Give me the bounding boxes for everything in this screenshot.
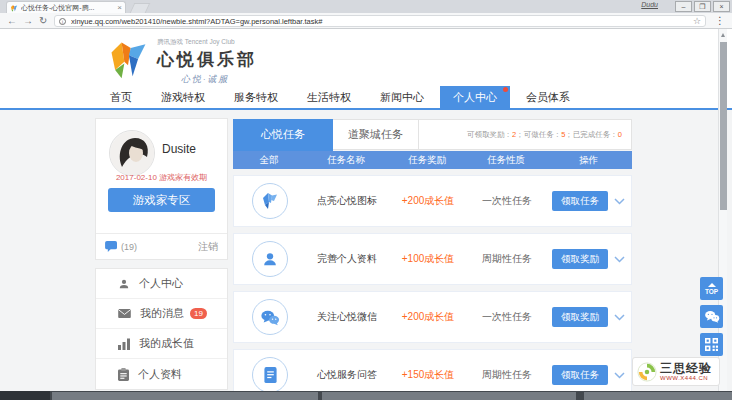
qr-code-button[interactable] — [700, 333, 723, 356]
nav-underline — [0, 108, 732, 110]
avatar — [109, 130, 155, 176]
nav-item-game-privilege[interactable]: 游戏特权 — [148, 86, 218, 108]
browser-profile-name[interactable]: Dudu — [641, 1, 658, 8]
nav-item-member-system[interactable]: 会员体系 — [513, 86, 583, 108]
watermark-title: 三思经验 — [660, 362, 712, 375]
taskbar-app-button[interactable] — [52, 392, 318, 400]
watermark-badge: 三思经验 WWW.X444.CN — [632, 357, 720, 386]
nav-item-news-center[interactable]: 新闻中心 — [367, 86, 437, 108]
scroll-up-arrow-icon[interactable] — [721, 33, 725, 37]
table-row: 点亮心悦图标 +200成长值 一次性任务 领取任务 — [233, 175, 632, 227]
back-icon[interactable]: ← — [7, 15, 17, 27]
col-task-reward: 任务奖励 — [387, 151, 467, 169]
task-reward: +200成长值 — [388, 310, 468, 324]
chevron-down-icon[interactable] — [614, 198, 625, 205]
task-name: 心悦服务问答 — [306, 368, 388, 382]
browser-tab[interactable]: 心悦任务-心悦官网-腾... × — [6, 1, 126, 13]
tab-xinyue-tasks[interactable]: 心悦任务 — [233, 119, 333, 151]
membership-validity: 2017-02-10 游戏家有效期 — [96, 172, 227, 183]
task-reward: +150成长值 — [388, 368, 468, 382]
forward-icon[interactable]: → — [23, 15, 33, 27]
completed-tasks-count: 0 — [618, 130, 622, 139]
task-name: 关注心悦微信 — [306, 310, 388, 324]
chevron-down-icon[interactable] — [614, 372, 625, 379]
table-row: 心悦服务问答 +150成长值 周期性任务 领取任务 — [233, 349, 632, 391]
sidebar: Dusite 2017-02-10 游戏家有效期 游戏家专区 (19) 注销 个… — [95, 118, 228, 390]
claim-reward-button[interactable]: 领取奖励 — [552, 307, 608, 327]
task-tabs: 心悦任务 道聚城任务 可领取奖励：2；可做任务：5；已完成任务：0 — [233, 119, 632, 150]
taskbar-app-button[interactable] — [322, 392, 576, 400]
logout-link[interactable]: 注销 — [198, 240, 218, 254]
task-nature: 周期性任务 — [468, 252, 546, 266]
task-reward: +200成长值 — [388, 194, 468, 208]
xinyue-logo-icon[interactable] — [106, 36, 150, 80]
nav-item-service-privilege[interactable]: 服务特权 — [221, 86, 291, 108]
message-count: (19) — [121, 242, 137, 252]
minimize-icon[interactable]: – — [675, 1, 692, 12]
nav-item-life-privilege[interactable]: 生活特权 — [294, 86, 364, 108]
browser-toolbar: ← → ↻ i xinyue.qq.com/web201410/newbie.s… — [0, 13, 732, 29]
restore-icon[interactable]: ❐ — [694, 1, 711, 12]
col-action: 操作 — [545, 151, 632, 169]
url-text[interactable]: xinyue.qq.com/web201410/newbie.shtml?ADT… — [71, 17, 693, 26]
new-tab-button[interactable] — [130, 3, 151, 13]
refresh-icon[interactable]: ↻ — [39, 15, 47, 27]
site-header: 腾讯游戏 Tencent Joy Club 心悦俱乐部 心悦·诚服 首页 游戏特… — [0, 29, 732, 110]
claim-reward-button[interactable]: 领取奖励 — [552, 249, 608, 269]
messages-badge: 19 — [190, 308, 207, 319]
clipboard-icon — [118, 368, 129, 381]
windows-taskbar[interactable] — [0, 391, 732, 400]
col-all: 全部 — [233, 151, 305, 169]
logo-slogan: 心悦·诚服 — [181, 73, 257, 86]
logo-title: 心悦俱乐部 — [157, 48, 257, 71]
profile-card-footer: (19) 注销 — [96, 233, 227, 259]
claim-task-button[interactable]: 领取任务 — [552, 365, 608, 385]
sidebar-item-personal-center[interactable]: 个人中心 — [96, 269, 227, 299]
chevron-down-icon[interactable] — [614, 314, 625, 321]
message-count-link[interactable]: (19) — [105, 241, 137, 252]
nav-notification-dot — [503, 87, 508, 92]
taskbar-start-area[interactable] — [0, 391, 50, 400]
browser-window: 心悦任务-心悦官网-腾... × Dudu – ❐ × ← → ↻ i xiny… — [0, 0, 732, 400]
bookmark-star-icon[interactable]: ☆ — [693, 16, 701, 26]
sidebar-item-my-messages[interactable]: 我的消息 19 — [96, 299, 227, 329]
wechat-icon — [252, 299, 288, 335]
scrollbar-thumb[interactable] — [720, 42, 727, 210]
browser-titlebar: 心悦任务-心悦官网-腾... × Dudu – ❐ × — [0, 0, 732, 13]
task-nature: 一次性任务 — [468, 194, 546, 208]
bar-chart-icon — [118, 338, 130, 350]
sidebar-item-personal-info[interactable]: 个人资料 — [96, 359, 227, 389]
browser-menu-icon[interactable]: ⋮ — [715, 15, 725, 27]
user-icon — [118, 278, 130, 290]
gamer-zone-button[interactable]: 游戏家专区 — [108, 188, 215, 212]
nav-item-home[interactable]: 首页 — [97, 86, 145, 108]
back-to-top-button[interactable]: TOP — [700, 277, 723, 300]
wechat-float-button[interactable] — [700, 305, 723, 328]
xinyue-gem-icon — [252, 183, 288, 219]
sidebar-item-growth-value[interactable]: 我的成长值 — [96, 329, 227, 359]
table-row: 关注心悦微信 +200成长值 一次性任务 领取奖励 — [233, 291, 632, 343]
site-info-icon[interactable]: i — [59, 18, 66, 25]
wechat-icon — [704, 310, 720, 323]
close-icon[interactable]: × — [713, 1, 730, 12]
chevron-down-icon[interactable] — [614, 256, 625, 263]
nav-item-personal-center[interactable]: 个人中心 — [440, 86, 510, 108]
address-bar[interactable]: i xinyue.qq.com/web201410/newbie.shtml?A… — [54, 15, 706, 27]
taskbar-app-button[interactable] — [584, 392, 732, 400]
document-icon — [252, 357, 288, 391]
claim-task-button[interactable]: 领取任务 — [552, 191, 608, 211]
user-icon — [252, 241, 288, 277]
col-task-nature: 任务性质 — [467, 151, 545, 169]
tab-daojucheng-tasks[interactable]: 道聚城任务 — [333, 120, 419, 149]
task-name: 完善个人资料 — [306, 252, 388, 266]
task-name: 点亮心悦图标 — [306, 194, 388, 208]
table-row: 完善个人资料 +100成长值 周期性任务 领取奖励 — [233, 233, 632, 285]
favicon-gem-icon — [10, 4, 18, 12]
col-task-name: 任务名称 — [305, 151, 387, 169]
page-content: 腾讯游戏 Tencent Joy Club 心悦俱乐部 心悦·诚服 首页 游戏特… — [0, 29, 732, 391]
tab-close-icon[interactable]: × — [117, 4, 122, 12]
task-reward: +100成长值 — [388, 252, 468, 266]
logo-subtitle: 腾讯游戏 Tencent Joy Club — [157, 38, 257, 47]
sidebar-menu: 个人中心 我的消息 19 我的成长值 个人资料 — [95, 268, 228, 390]
task-nature: 周期性任务 — [468, 368, 546, 382]
